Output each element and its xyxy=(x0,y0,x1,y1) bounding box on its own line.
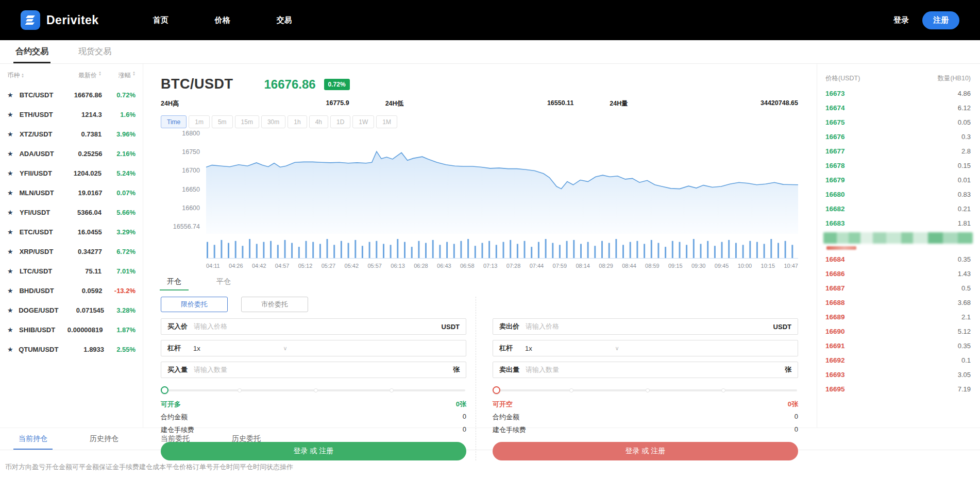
slider-thumb[interactable] xyxy=(493,386,500,394)
favorite-star-icon[interactable]: ★ xyxy=(7,150,19,158)
watchlist-row[interactable]: ★ YFII/USDT 1204.025 5.24% xyxy=(0,163,143,183)
trade-tab[interactable]: 开仓 xyxy=(163,274,185,290)
interval-button[interactable]: 30m xyxy=(261,115,285,128)
positions-tab[interactable]: 当前持仓 xyxy=(18,428,48,450)
orderbook-row[interactable]: 16695 7.19 xyxy=(825,382,971,396)
orderbook-row[interactable]: 16690 5.12 xyxy=(825,324,971,338)
sort-icon[interactable]: ▲▼ xyxy=(132,71,136,80)
nav-item[interactable]: 首页 xyxy=(153,15,168,25)
orderbook-row[interactable]: 16679 0.01 xyxy=(825,173,971,187)
orderbook-row[interactable]: 16680 0.83 xyxy=(825,187,971,201)
watchlist-row[interactable]: ★ XRP/USDT 0.34277 6.72% xyxy=(0,242,143,261)
orderbook-price: 16682 xyxy=(825,205,845,213)
orderbook-row[interactable]: 16678 0.15 xyxy=(825,158,971,173)
sell-price-field[interactable]: 卖出价 请输入价格 USDT xyxy=(493,318,798,335)
favorite-star-icon[interactable]: ★ xyxy=(7,326,19,334)
positions-tab[interactable]: 当前委托 xyxy=(160,428,191,450)
watchlist-row[interactable]: ★ XTZ/USDT 0.7381 3.96% xyxy=(0,124,143,144)
watchlist-row[interactable]: ★ QTUM/USDT 1.8933 2.55% xyxy=(0,339,143,359)
watchlist-row[interactable]: ★ MLN/USDT 19.0167 0.07% xyxy=(0,183,143,202)
orderbook-row[interactable]: 16693 3.05 xyxy=(825,367,971,382)
buy-amount-slider[interactable] xyxy=(162,386,465,395)
favorite-star-icon[interactable]: ★ xyxy=(7,111,20,118)
nav-item[interactable]: 交易 xyxy=(277,15,292,25)
coin-pair: YFII/USDT xyxy=(20,169,52,177)
interval-button[interactable]: 5m xyxy=(212,115,233,128)
orderbook-row[interactable]: 16677 2.8 xyxy=(825,144,971,158)
orderbook-qty: 0.83 xyxy=(958,191,971,198)
register-button[interactable]: 注册 xyxy=(922,11,959,29)
orderbook-row[interactable]: 16683 1.81 xyxy=(825,216,971,230)
sell-amount-slider[interactable] xyxy=(494,386,797,395)
coin-price: 5366.04 xyxy=(52,209,102,216)
orderbook-row[interactable]: 16689 2.1 xyxy=(825,310,971,324)
orderbook-row[interactable]: 16682 0.21 xyxy=(825,201,971,216)
positions-tab[interactable]: 历史持仓 xyxy=(89,428,120,450)
sell-qty-field[interactable]: 卖出量 请输入数量 张 xyxy=(493,362,798,378)
orderbook-row[interactable]: 16687 0.5 xyxy=(825,281,971,295)
interval-button[interactable]: 1D xyxy=(330,115,350,128)
watchlist-row[interactable]: ★ DOGE/USDT 0.071545 3.28% xyxy=(0,300,143,320)
favorite-star-icon[interactable]: ★ xyxy=(7,130,20,138)
orderbook-qty: 6.12 xyxy=(958,104,971,112)
orderbook-row[interactable]: 16688 3.68 xyxy=(825,295,971,310)
buy-leverage-select[interactable]: 杠杆 1x ∨ xyxy=(161,340,466,356)
volume-bars-chart[interactable] xyxy=(206,237,798,259)
interval-button[interactable]: 4h xyxy=(309,115,328,128)
favorite-star-icon[interactable]: ★ xyxy=(7,209,20,216)
buy-login-register-button[interactable]: 登录 或 注册 xyxy=(161,442,466,460)
order-type-button[interactable]: 市价委托 xyxy=(241,297,308,312)
watchlist-row[interactable]: ★ ADA/USDT 0.25256 2.16% xyxy=(0,144,143,163)
favorite-star-icon[interactable]: ★ xyxy=(7,169,20,177)
interval-button[interactable]: 1m xyxy=(189,115,210,128)
watchlist-row[interactable]: ★ BHD/USDT 0.0592 -13.2% xyxy=(0,281,143,300)
brand-logo-icon[interactable] xyxy=(21,10,40,30)
favorite-star-icon[interactable]: ★ xyxy=(7,267,20,275)
orderbook-row[interactable]: 16676 0.3 xyxy=(825,129,971,144)
orderbook-row[interactable]: 16674 6.12 xyxy=(825,100,971,115)
order-type-button[interactable]: 限价委托 xyxy=(161,297,228,312)
favorite-star-icon[interactable]: ★ xyxy=(7,287,19,295)
buy-qty-field[interactable]: 买入量 请输入数量 张 xyxy=(161,362,466,378)
favorite-star-icon[interactable]: ★ xyxy=(7,91,20,99)
orderbook-row[interactable]: 16691 0.35 xyxy=(825,338,971,353)
market-tab[interactable]: 合约交易 xyxy=(15,46,48,63)
watchlist-row[interactable]: ★ LTC/USDT 75.11 7.01% xyxy=(0,261,143,281)
orderbook-row[interactable]: 16673 4.86 xyxy=(825,86,971,100)
price-line-chart[interactable] xyxy=(206,133,798,234)
x-axis-label: 05:27 xyxy=(322,263,336,269)
sort-icon[interactable]: ▲▼ xyxy=(21,73,24,78)
sell-leverage-select[interactable]: 杠杆 1x ∨ xyxy=(493,340,798,356)
watchlist-row[interactable]: ★ ETH/USDT 1214.3 1.6% xyxy=(0,105,143,124)
trade-tab[interactable]: 平仓 xyxy=(212,274,235,290)
orderbook-row[interactable]: 16684 0.35 xyxy=(825,252,971,266)
favorite-star-icon[interactable]: ★ xyxy=(7,346,19,353)
market-tab[interactable]: 现货交易 xyxy=(78,46,111,63)
watchlist-row[interactable]: ★ ETC/USDT 16.0455 3.29% xyxy=(0,222,143,242)
interval-button[interactable]: 15m xyxy=(235,115,259,128)
login-link[interactable]: 登录 xyxy=(893,15,909,25)
favorite-star-icon[interactable]: ★ xyxy=(7,228,20,236)
interval-button[interactable]: Time xyxy=(161,115,187,128)
watchlist-row[interactable]: ★ YFI/USDT 5366.04 5.66% xyxy=(0,202,143,222)
interval-button[interactable]: 1M xyxy=(376,115,397,128)
positions-tab[interactable]: 历史委托 xyxy=(231,428,262,450)
coin-price: 16676.86 xyxy=(53,91,102,99)
orderbook-row[interactable]: 16686 1.43 xyxy=(825,266,971,281)
interval-button[interactable]: 1h xyxy=(288,115,307,128)
brand-name[interactable]: Derivitek xyxy=(46,13,99,27)
orderbook-row[interactable]: 16692 0.1 xyxy=(825,353,971,367)
sell-login-register-button[interactable]: 登录 或 注册 xyxy=(493,442,798,460)
favorite-star-icon[interactable]: ★ xyxy=(7,248,20,255)
nav-item[interactable]: 价格 xyxy=(215,15,230,25)
favorite-star-icon[interactable]: ★ xyxy=(7,306,19,314)
price-chart[interactable]: 168001675016700166501660016556.74 xyxy=(161,133,798,234)
slider-thumb[interactable] xyxy=(161,386,168,394)
favorite-star-icon[interactable]: ★ xyxy=(7,189,19,197)
watchlist-row[interactable]: ★ SHIB/USDT 0.00000819 1.87% xyxy=(0,320,143,339)
orderbook-row[interactable]: 16675 0.05 xyxy=(825,115,971,129)
watchlist-row[interactable]: ★ BTC/USDT 16676.86 0.72% xyxy=(0,85,143,105)
chart-x-axis: 04:1104:2604:4204:5705:1205:2705:4205:57… xyxy=(206,263,798,269)
buy-price-field[interactable]: 买入价 请输入价格 USDT xyxy=(161,318,466,335)
interval-button[interactable]: 1W xyxy=(352,115,374,128)
